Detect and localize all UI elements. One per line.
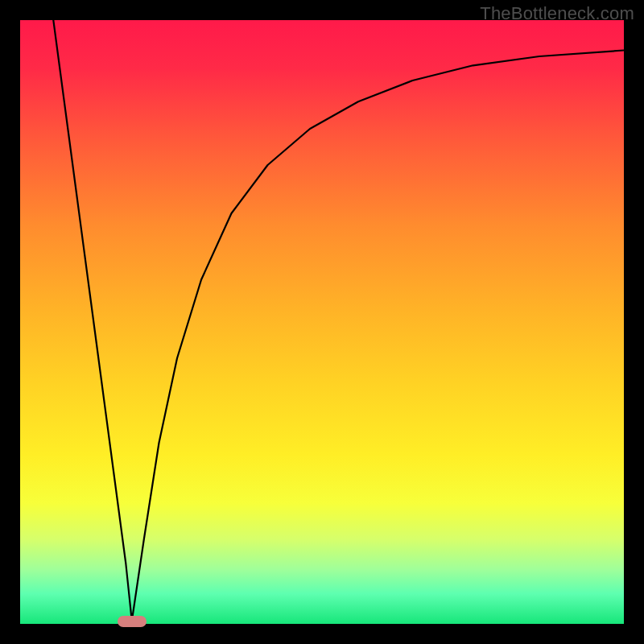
curve-path	[53, 20, 624, 621]
plot-area	[20, 20, 624, 624]
bottleneck-curve	[20, 20, 624, 624]
chart-frame: TheBottleneck.com	[0, 0, 644, 644]
optimum-marker	[118, 616, 147, 627]
watermark-text: TheBottleneck.com	[480, 3, 634, 24]
